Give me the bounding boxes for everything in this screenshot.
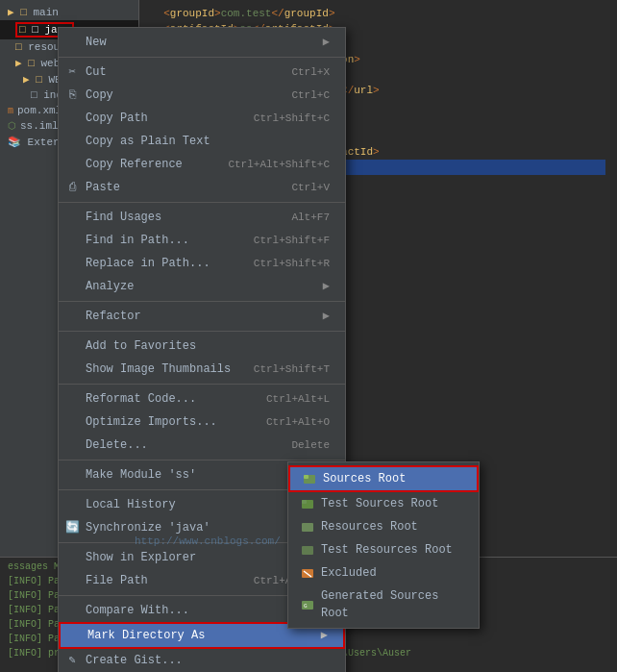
menu-item-paste[interactable]: ⎙ Paste Ctrl+V [59, 176, 345, 199]
menu-item-label: Copy Path [86, 110, 148, 127]
menu-item-delete[interactable]: Delete... Delete [59, 434, 345, 457]
menu-item-label: Add to Favorites [86, 337, 196, 355]
menu-item-refactor[interactable]: Refactor ▶ [59, 305, 345, 328]
sources-root-icon [302, 471, 317, 486]
submenu-item-excluded[interactable]: Excluded [288, 561, 479, 585]
shortcut-label: Ctrl+Shift+F [254, 232, 330, 249]
menu-item-copy-ref[interactable]: Copy Reference Ctrl+Alt+Shift+C [59, 153, 345, 176]
iml-icon: ⬡ [8, 120, 16, 132]
svg-text:G: G [304, 603, 308, 610]
shortcut-label: Ctrl+Alt+Shift+C [228, 156, 330, 173]
copy-icon: ⎘ [64, 87, 80, 104]
xml-icon: m [8, 106, 13, 116]
menu-item-label: Optimize Imports... [86, 413, 217, 431]
menu-item-label: Make Module 'ss' [86, 466, 196, 484]
paste-icon: ⎙ [64, 179, 80, 196]
menu-separator [59, 202, 345, 203]
submenu-item-test-resources-root[interactable]: Test Resources Root [288, 538, 479, 561]
test-sources-icon [300, 496, 315, 511]
menu-item-label: Refactor [86, 308, 141, 325]
shortcut-label: Ctrl+Shift+R [254, 255, 330, 272]
menu-item-label: Find in Path... [86, 232, 189, 249]
submenu-item-generated-sources[interactable]: G Generated Sources Root [288, 585, 479, 625]
shortcut-label: Delete [291, 436, 330, 454]
folder-icon: ▶ □ [15, 58, 35, 69]
menu-item-analyze[interactable]: Analyze ▶ [59, 275, 345, 298]
lib-icon: 📚 [8, 137, 21, 148]
svg-rect-3 [302, 500, 307, 504]
folder-icon: □ [19, 24, 26, 36]
shortcut-label: Ctrl+C [291, 87, 330, 104]
submenu-item-label: Sources Root [323, 470, 406, 487]
submenu-item-sources-root[interactable]: Sources Root [288, 465, 479, 492]
submenu-item-label: Test Sources Root [321, 495, 438, 512]
svg-rect-4 [302, 523, 313, 532]
menu-item-add-favorites[interactable]: Add to Favorites [59, 335, 345, 358]
submenu-item-resources-root[interactable]: Resources Root [288, 515, 479, 538]
menu-item-label: Show Image Thumbnails [86, 361, 231, 378]
menu-item-label: Show in Explorer [86, 549, 196, 566]
menu-separator [59, 57, 345, 58]
submenu-item-label: Resources Root [321, 518, 418, 535]
svg-rect-1 [304, 475, 308, 479]
submenu-item-label: Test Resources Root [321, 541, 453, 559]
sidebar-item-main[interactable]: ▶ □ main [0, 4, 138, 20]
menu-item-image-thumbnails[interactable]: Show Image Thumbnails Ctrl+Shift+T [59, 358, 345, 381]
shortcut-label: Ctrl+Shift+C [254, 110, 330, 127]
menu-item-optimize-imports[interactable]: Optimize Imports... Ctrl+Alt+O [59, 411, 345, 434]
menu-item-label: Synchronize 'java' [86, 519, 210, 536]
menu-item-label: Local History [86, 496, 176, 513]
folder-icon: □ [15, 41, 22, 53]
submenu-item-label: Generated Sources Root [321, 587, 467, 622]
cut-icon: ✂ [64, 63, 80, 81]
shortcut-label: Ctrl+V [291, 179, 330, 196]
menu-item-label: Reformat Code... [86, 390, 196, 408]
arrow-icon: ▶ [323, 34, 330, 51]
gist-icon: ✎ [64, 652, 80, 669]
mark-directory-submenu: Sources Root Test Sources Root Resources… [287, 461, 480, 629]
menu-item-copy-plain[interactable]: Copy as Plain Text [59, 130, 345, 153]
menu-item-label: Create Gist... [86, 652, 183, 669]
menu-item-find-usages[interactable]: Find Usages Alt+F7 [59, 206, 345, 229]
menu-item-label: Delete... [86, 436, 148, 454]
test-resources-icon [300, 542, 315, 558]
editor-line: <groupId>com.test</groupId> [151, 6, 605, 21]
menu-item-label: Cut [86, 63, 107, 81]
svg-rect-5 [302, 546, 313, 555]
folder-icon: ▶ □ [23, 74, 42, 86]
menu-item-label: Copy [86, 87, 113, 104]
menu-item-copy-path[interactable]: Copy Path Ctrl+Shift+C [59, 107, 345, 130]
submenu-item-test-sources-root[interactable]: Test Sources Root [288, 492, 479, 515]
menu-item-new[interactable]: New ▶ [59, 31, 345, 54]
menu-separator [59, 384, 345, 385]
folder-icon: ▶ □ [8, 7, 27, 18]
menu-item-label: Paste [86, 179, 120, 196]
shortcut-label: Alt+F7 [291, 209, 330, 226]
submenu-item-label: Excluded [321, 564, 377, 582]
menu-item-replace-path[interactable]: Replace in Path... Ctrl+Shift+R [59, 252, 345, 275]
menu-item-label: Find Usages [86, 209, 161, 226]
menu-item-label: New [86, 34, 107, 51]
menu-separator [59, 331, 345, 332]
shortcut-label: Ctrl+Alt+O [266, 413, 330, 431]
arrow-icon: ▶ [321, 627, 328, 644]
menu-item-reformat[interactable]: Reformat Code... Ctrl+Alt+L [59, 387, 345, 411]
arrow-icon: ▶ [323, 308, 330, 325]
menu-item-cut[interactable]: ✂ Cut Ctrl+X [59, 61, 345, 84]
sync-icon: 🔄 [64, 519, 80, 536]
menu-item-label: Copy Reference [86, 156, 183, 173]
shortcut-label: Ctrl+Alt+L [266, 390, 330, 408]
file-icon: □ [31, 89, 37, 101]
menu-item-label: Compare With... [86, 602, 189, 619]
menu-item-label: Analyze [86, 278, 134, 295]
resources-icon [300, 519, 315, 535]
menu-separator [59, 301, 345, 302]
generated-sources-icon: G [300, 597, 315, 612]
menu-item-label: File Path [86, 572, 148, 589]
arrow-icon: ▶ [323, 278, 330, 295]
menu-item-copy[interactable]: ⎘ Copy Ctrl+C [59, 84, 345, 107]
menu-item-label: Replace in Path... [86, 255, 210, 272]
menu-item-find-path[interactable]: Find in Path... Ctrl+Shift+F [59, 229, 345, 252]
menu-item-label: Copy as Plain Text [86, 133, 210, 150]
menu-item-create-gist[interactable]: ✎ Create Gist... [59, 649, 345, 672]
